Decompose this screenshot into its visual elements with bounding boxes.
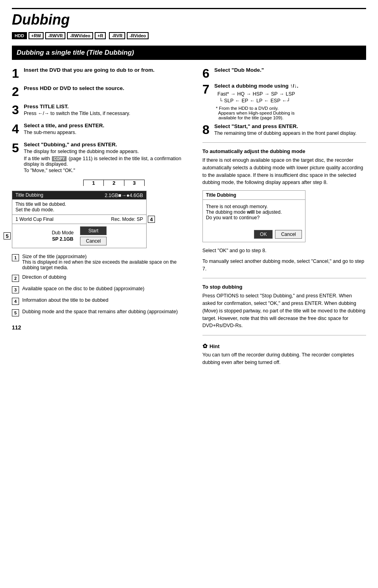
auto-dialog-buttons: OK Cancel xyxy=(203,228,305,242)
dialog-num5-indicator: 5 xyxy=(4,232,11,239)
step-5: 5 Select "Dubbing," and press ENTER. The… xyxy=(12,142,193,174)
badge-rw-plus: +RW xyxy=(29,32,44,39)
step-6-heading: Select "Dub Mode." xyxy=(214,67,264,73)
step-num-1: 1 xyxy=(12,67,21,80)
hint-heading: Hint xyxy=(210,343,220,349)
footnote-5: 5 Dubbing mode and the space that remain… xyxy=(12,309,193,316)
mode-diagram: Fast* → HQ → HSP → SP → LSP └ SLP ← xyxy=(218,91,298,103)
dialog-num-label-3: 3 xyxy=(124,180,145,186)
mode-ep: EP xyxy=(242,98,248,103)
mode-row-1: Fast* → HQ → HSP → SP → LSP xyxy=(218,91,298,97)
auto-adjust-section: To automatically adjust the dubbing mode… xyxy=(202,148,366,272)
step-num-8: 8 xyxy=(202,123,211,136)
step-5-subtext3: To "Move," select "OK." xyxy=(24,168,193,173)
hint-icon: ✿ xyxy=(202,343,208,350)
step-4: 4 Select a title, and press ENTER. The s… xyxy=(12,123,193,136)
step-4-subtext: The sub-menu appears. xyxy=(24,130,104,135)
footnote-text-4: Information about the title to be dubbed xyxy=(22,297,109,305)
left-column: 1 Insert the DVD that you are going to d… xyxy=(12,67,193,370)
step-4-heading: Select a title, and press ENTER. xyxy=(24,123,104,128)
hint-label: ✿ Hint xyxy=(202,343,366,350)
step-7-heading: Select a dubbing mode using ↑/↓. xyxy=(214,83,298,89)
title-dubbing-dialog: Title Dubbing 2.1GB■→●4.6GB This title w… xyxy=(12,191,147,248)
auto-dialog-body: There is not enough memory. The dubbing … xyxy=(203,200,305,228)
step-8: 8 Select "Start," and press ENTER. The r… xyxy=(202,123,366,137)
badge-rwvideo: -RWVideo xyxy=(67,32,93,39)
mode-row-2: └ SLP ← EP ← LP ← ESP ←┘ xyxy=(219,98,298,103)
stop-dubbing-section: To stop dubbing Press OPTIONS to select … xyxy=(202,284,366,329)
device-badges: HDD +RW -RWVR -RWVideo +R -RVR -RVideo xyxy=(12,32,366,39)
step-num-4: 4 xyxy=(12,123,21,135)
footnote-4: 4 Information about the title to be dubb… xyxy=(12,297,193,305)
copy-badge: COPY xyxy=(52,156,66,161)
dialog-rec-mode: Rec. Mode: SP xyxy=(111,216,143,222)
step-7-footnote: * From the HDD to a DVD only. Appears wh… xyxy=(216,106,298,120)
step-6: 6 Select "Dub Mode." xyxy=(202,67,366,80)
auto-adjust-dialog: Title Dubbing There is not enough memory… xyxy=(202,190,305,242)
divider-3 xyxy=(202,335,366,335)
step-num-3: 3 xyxy=(12,103,21,116)
footnote-num-5: 5 xyxy=(12,309,19,316)
step-num-6: 6 xyxy=(202,67,211,80)
footnote-num-4: 4 xyxy=(12,298,19,305)
hint-section: ✿ Hint You can turn off the recorder dur… xyxy=(202,343,366,366)
right-column: 6 Select "Dub Mode." 7 Select a dubbing … xyxy=(202,67,366,370)
footnote-text-2: Direction of dubbing xyxy=(22,274,66,282)
auto-adjust-para2: Select "OK" and go to step 8. xyxy=(202,247,366,255)
mode-fast: Fast* xyxy=(218,91,229,97)
stop-dubbing-heading: To stop dubbing xyxy=(202,284,366,290)
auto-adjust-para1: If there is not enough available space o… xyxy=(202,157,366,186)
dialog-header: Title Dubbing 2.1GB■→●4.6GB xyxy=(12,191,146,199)
dialog-space-info: 2.1GB■→●4.6GB xyxy=(105,192,143,198)
dialog-title: Title Dubbing xyxy=(15,192,43,198)
mode-hq: HQ xyxy=(237,91,244,97)
step-3-heading: Press TITLE LIST. xyxy=(24,103,130,109)
auto-adjust-para3: To manually select another dubbing mode,… xyxy=(202,258,366,273)
auto-dialog-cancel-button[interactable]: Cancel xyxy=(275,230,302,239)
step-1-heading: Insert the DVD that you are going to dub… xyxy=(24,67,155,73)
badge-rvideo: -RVideo xyxy=(127,32,149,39)
mode-hsp: HSP xyxy=(253,91,263,97)
footnote-text-1: Size of the title (approximate)This is d… xyxy=(22,254,193,270)
dialog-cancel-button[interactable]: Cancel xyxy=(80,237,107,245)
auto-dialog-ok-button[interactable]: OK xyxy=(254,230,273,239)
dialog-dub-mode-label: Dub Mode xyxy=(52,230,74,236)
auto-adjust-heading: To automatically adjust the dubbing mode xyxy=(202,148,366,154)
stop-dubbing-para: Press OPTIONS to select "Stop Dubbing," … xyxy=(202,292,366,329)
divider-2 xyxy=(202,278,366,278)
dialog-action-buttons: Start Cancel xyxy=(80,226,107,245)
dialog-start-button[interactable]: Start xyxy=(80,226,107,235)
footnote-num-2: 2 xyxy=(12,275,19,282)
mode-esp: ESP xyxy=(271,98,281,103)
divider-1 xyxy=(202,142,366,143)
step-7: 7 Select a dubbing mode using ↑/↓. Fast*… xyxy=(202,83,366,120)
footnote-2: 2 Direction of dubbing xyxy=(12,274,193,282)
footnote-3: 3 Available space on the disc to be dubb… xyxy=(12,286,193,293)
dialog-dubmode-row: 5 Dub Mode SP 2.1GB Start Cancel xyxy=(12,224,146,248)
footnote-list: 1 Size of the title (approximate)This is… xyxy=(12,254,193,316)
step-3: 3 Press TITLE LIST. Press ←/→ to switch … xyxy=(12,103,193,117)
section-title: Dubbing a single title (Title Dubbing) xyxy=(12,46,366,60)
dialog-num4-indicator: 4 xyxy=(148,216,155,223)
step-8-subtext: The remaining time of dubbing appears in… xyxy=(214,130,357,136)
badge-r-plus: +R xyxy=(95,32,106,39)
badge-rwvr: -RWVR xyxy=(45,32,65,39)
mode-lp: LP xyxy=(256,98,262,103)
footnote-num-1: 1 xyxy=(12,254,19,261)
badge-rvr: -RVR xyxy=(109,32,125,39)
mode-lsp: LSP xyxy=(286,91,295,97)
step-num-5: 5 xyxy=(12,142,21,154)
step-2-heading: Press HDD or DVD to select the source. xyxy=(24,85,124,91)
dialog-num-label-1: 1 xyxy=(83,180,104,186)
footnote-1: 1 Size of the title (approximate)This is… xyxy=(12,254,193,270)
step-3-subtext: Press ←/→ to switch the Title Lists, if … xyxy=(24,111,130,116)
page-number: 112 xyxy=(12,324,193,331)
step-8-heading: Select "Start," and press ENTER. xyxy=(214,123,357,129)
step-5-heading: Select "Dubbing," and press ENTER. xyxy=(24,142,193,147)
badge-hdd: HDD xyxy=(12,32,27,39)
step-5-subtext1: The display for selecting the dubbing mo… xyxy=(24,149,193,154)
dialog-title-row: 1 World Cup Final Rec. Mode: SP 4 xyxy=(12,215,146,224)
footnote-num-3: 3 xyxy=(12,286,19,293)
step-num-2: 2 xyxy=(12,85,21,98)
dialog-title-name: 1 World Cup Final xyxy=(15,216,53,222)
